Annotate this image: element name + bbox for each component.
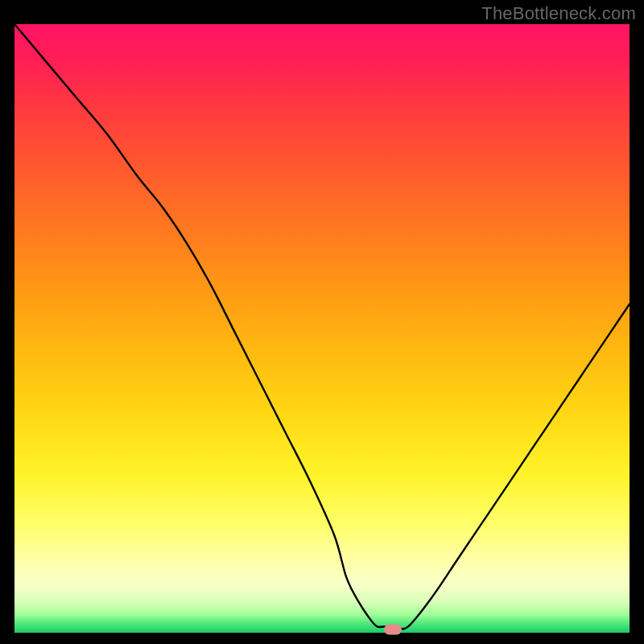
- plot-area: [14, 24, 630, 633]
- chart-frame: TheBottleneck.com: [0, 0, 644, 644]
- bottleneck-curve: [14, 24, 630, 633]
- optimum-marker: [384, 625, 402, 635]
- watermark-text: TheBottleneck.com: [481, 3, 636, 24]
